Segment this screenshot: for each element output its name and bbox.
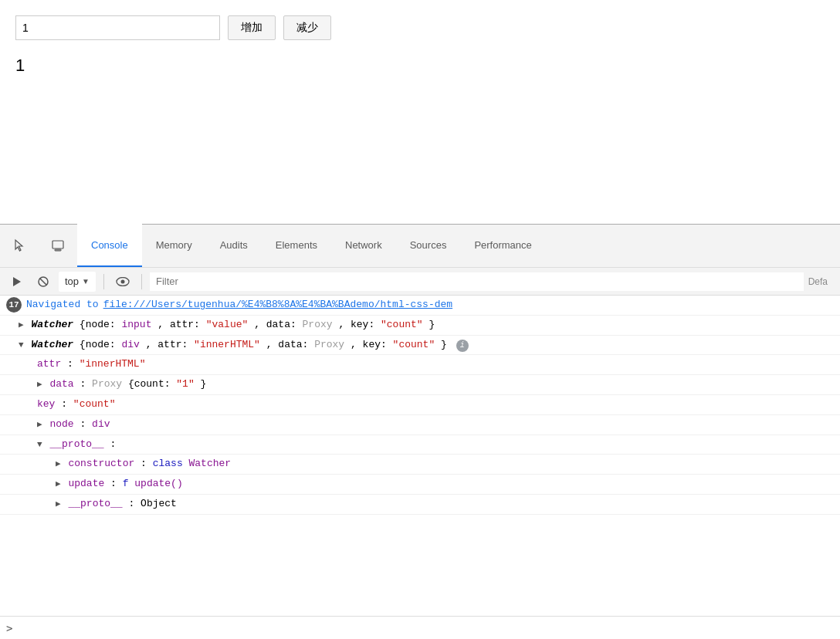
separator2: [141, 274, 142, 289]
expand-arrow-proto[interactable]: ▼: [37, 438, 42, 452]
watcher-class-name: Watcher: [189, 458, 232, 469]
brace2-open: {node:: [80, 339, 122, 350]
colon4: :: [80, 418, 92, 430]
count-input[interactable]: [15, 15, 220, 40]
brace-close: }: [428, 319, 435, 330]
devtools-panel: Console Memory Audits Elements Network S…: [0, 224, 840, 639]
data-proxy-label: Proxy: [92, 378, 128, 390]
data-proxy: Proxy: [303, 319, 333, 330]
data-brace-close: }: [201, 378, 207, 390]
comma3: , key:: [338, 319, 381, 330]
object-label: Object: [141, 498, 177, 509]
tab-elements[interactable]: Elements: [262, 224, 331, 267]
console-line-navigated: 17 Navigated to file:///Users/tugenhua/%…: [0, 296, 840, 316]
expand-arrow-update[interactable]: ▶: [56, 478, 61, 492]
separator: [103, 274, 104, 289]
expand-arrow-2[interactable]: ▼: [19, 339, 24, 353]
key-count: "count": [381, 319, 423, 330]
proto2-label: __proto__: [68, 498, 122, 509]
comma2: , data:: [254, 319, 302, 330]
expand-arrow-data[interactable]: ▶: [37, 378, 42, 392]
attr-val: "innerHTML": [80, 358, 146, 370]
clear-icon-button[interactable]: [32, 271, 54, 292]
proto-label: __proto__: [49, 438, 103, 450]
expand-arrow-constructor[interactable]: ▶: [56, 458, 61, 472]
watcher-label2: Watcher: [31, 339, 79, 350]
cursor-icon: [12, 238, 26, 252]
eye-icon-button[interactable]: [112, 271, 134, 292]
console-line-key: key : "count": [0, 395, 840, 415]
class-keyword: class: [153, 458, 189, 469]
info-icon: i: [456, 340, 469, 352]
f-keyword: f: [123, 478, 135, 489]
console-output: 17 Navigated to file:///Users/tugenhua/%…: [0, 296, 840, 616]
expand-arrow-1[interactable]: ▶: [19, 319, 24, 333]
update-key: update: [68, 478, 104, 489]
decrease-button[interactable]: 减少: [283, 15, 331, 40]
tab-sources[interactable]: Sources: [396, 224, 461, 267]
console-line-watcher2: ▼ Watcher {node: div , attr: "innerHTML"…: [0, 336, 840, 356]
controls-row: 增加 减少: [15, 15, 825, 40]
colon2: :: [80, 378, 92, 390]
proto-colon: :: [110, 438, 116, 450]
tab-performance[interactable]: Performance: [460, 224, 545, 267]
console-line-watcher1: ▶ Watcher {node: input , attr: "value" ,…: [0, 316, 840, 336]
filter-input[interactable]: [150, 272, 804, 291]
context-label: top: [65, 276, 79, 287]
tab-audits[interactable]: Audits: [206, 224, 262, 267]
eye-icon: [116, 277, 130, 286]
key-count2: "count": [393, 339, 435, 350]
watcher-label: Watcher: [31, 319, 79, 330]
tab-console[interactable]: Console: [77, 224, 142, 267]
tab-memory[interactable]: Memory: [142, 224, 206, 267]
console-line-constructor: ▶ constructor : class Watcher: [0, 455, 840, 475]
comma4: , attr:: [146, 339, 194, 350]
key-val: "count": [73, 398, 116, 410]
page-content: 增加 减少 1: [0, 0, 840, 224]
svg-line-5: [40, 278, 47, 285]
expand-arrow-node[interactable]: ▶: [37, 418, 42, 432]
chevron-down-icon: ▼: [82, 277, 90, 286]
console-line-update: ▶ update : f update(): [0, 475, 840, 495]
attr-value-val: "value": [206, 319, 249, 330]
node-type-input: input: [121, 319, 151, 330]
console-line-attr: attr : "innerHTML": [0, 355, 840, 375]
key-label: key: [37, 398, 55, 410]
context-selector[interactable]: top ▼: [59, 272, 96, 292]
console-toolbar: top ▼ Defa: [0, 268, 840, 296]
svg-point-7: [120, 279, 124, 283]
increase-button[interactable]: 增加: [228, 15, 276, 40]
nav-text: Navigated to: [26, 297, 99, 313]
colon3: :: [61, 398, 73, 410]
colon1: :: [67, 358, 80, 370]
console-line-data: ▶ data : Proxy {count: "1" }: [0, 375, 840, 395]
console-line-node: ▶ node : div: [0, 415, 840, 435]
nav-badge: 17: [6, 297, 22, 313]
data-brace: {count:: [128, 378, 176, 390]
node-label: node: [49, 418, 73, 430]
device-icon-button[interactable]: [39, 224, 77, 267]
console-line-proto2: ▶ __proto__ : Object: [0, 495, 840, 515]
block-icon: [37, 276, 49, 288]
expand-arrow-proto2[interactable]: ▶: [56, 498, 61, 512]
inspector-icon-button[interactable]: [0, 224, 39, 267]
console-input[interactable]: [17, 622, 834, 634]
nav-url[interactable]: file:///Users/tugenhua/%E4%B8%8A%E4%BA%B…: [103, 297, 452, 313]
node-val: div: [92, 418, 110, 430]
colon5: :: [141, 458, 153, 469]
comma1: , attr:: [158, 319, 205, 330]
svg-marker-3: [13, 277, 21, 286]
console-prompt: >: [6, 622, 12, 634]
brace2-close: }: [441, 339, 447, 350]
colon7: :: [128, 498, 141, 509]
data-proxy2: Proxy: [314, 339, 344, 350]
device-icon: [51, 238, 65, 252]
comma5: , data:: [266, 339, 314, 350]
default-label: Defa: [808, 276, 834, 287]
brace-open: {node:: [80, 319, 122, 330]
tab-network[interactable]: Network: [331, 224, 396, 267]
attr-key: attr: [37, 358, 61, 370]
play-icon-button[interactable]: [6, 271, 28, 292]
constructor-key: constructor: [68, 458, 134, 469]
attr-value-html: "innerHTML": [194, 339, 260, 350]
